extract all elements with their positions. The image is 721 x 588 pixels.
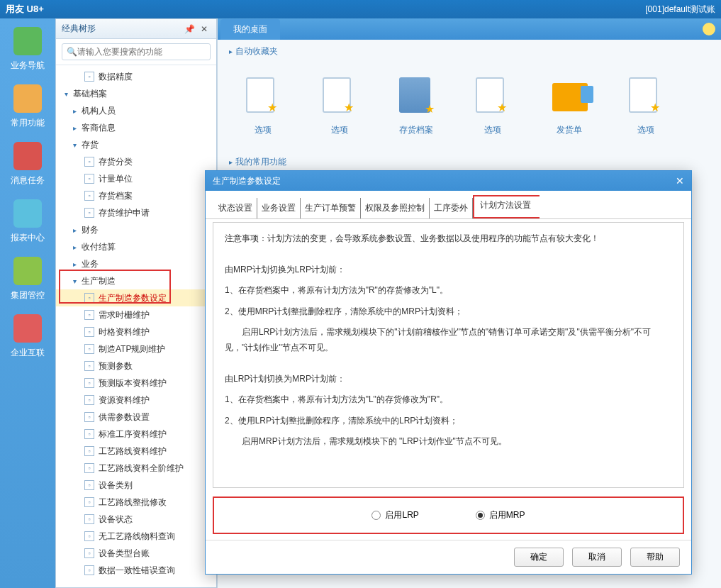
- tree-leaf[interactable]: ▫存货档案: [56, 187, 216, 204]
- caret-down-icon: ▾: [73, 141, 82, 149]
- tree-leaf[interactable]: ▫设备类别: [56, 477, 216, 494]
- body-text: 启用LRP计划方法后，需求规划模块下的"计划前稽核作业"节点的"销售订单可承诺交…: [225, 325, 672, 355]
- tree-leaf[interactable]: ▫存货分类: [56, 153, 216, 170]
- doc-icon: ▫: [84, 310, 94, 320]
- tab-permission[interactable]: 权限及参照控制: [361, 198, 430, 218]
- tree-leaf[interactable]: ▫预测版本资料维护: [56, 375, 216, 392]
- ok-button[interactable]: 确定: [514, 548, 564, 567]
- tab-outsource[interactable]: 工序委外: [430, 198, 473, 218]
- truck-icon: [552, 83, 588, 111]
- tree-branch-production[interactable]: ▾生产制造: [56, 272, 216, 289]
- account-info: [001]default测试账: [645, 4, 715, 16]
- tree-leaf[interactable]: ▫计量单位: [56, 170, 216, 187]
- tab-business[interactable]: 业务设置: [257, 198, 301, 218]
- doc-icon: ▫: [84, 395, 94, 405]
- doc-icon: ▫: [84, 565, 94, 575]
- tree-branch[interactable]: ▾存货: [56, 136, 216, 153]
- tab-my-desktop[interactable]: 我的桌面: [220, 19, 280, 40]
- body-text: 启用MRP计划方法后，需求规划模块下的 "LRP计划作业"节点不可见。: [225, 434, 672, 450]
- archive-icon: [399, 77, 430, 113]
- tree-leaf[interactable]: ▫标准工序资料维护: [56, 426, 216, 443]
- section-heading: 由MRP计划切换为LRP计划前：: [225, 262, 672, 278]
- plan-method-radios: 启用LRP 启用MRP: [213, 497, 684, 534]
- launch-item[interactable]: 选项: [629, 77, 663, 136]
- tree-branch[interactable]: ▸财务: [56, 221, 216, 238]
- tree-leaf[interactable]: ▫设备类型台账: [56, 545, 216, 562]
- launch-item[interactable]: 选项: [476, 77, 510, 136]
- tree-leaf[interactable]: ▫工艺路线资料维护: [56, 443, 216, 460]
- auto-favorites-header[interactable]: ▸自动收藏夹: [218, 40, 721, 63]
- sidebar-item-report[interactable]: 报表中心: [11, 199, 45, 244]
- radio-icon: [371, 511, 381, 520]
- sidebar-item-nav[interactable]: 业务导航: [11, 27, 45, 72]
- tree-leaf[interactable]: ▫时格资料维护: [56, 323, 216, 340]
- doc-icon: ▫: [84, 174, 94, 184]
- dialog-title-text: 生产制造参数设定: [213, 175, 281, 187]
- nav-icon: [13, 27, 42, 55]
- tree-leaf[interactable]: ▫工艺路线资料全阶维护: [56, 460, 216, 477]
- smiley-icon[interactable]: [703, 23, 715, 35]
- tree-leaf[interactable]: ▫设备状态: [56, 511, 216, 528]
- mail-icon: [13, 142, 42, 170]
- close-icon[interactable]: ✕: [198, 24, 211, 34]
- radio-enable-lrp[interactable]: 启用LRP: [371, 509, 418, 521]
- dialog-tabs: 状态设置 业务设置 生产订单预警 权限及参照控制 工序委外 计划方法设置: [206, 191, 691, 219]
- section-heading: 由LRP计划切换为MRP计划前：: [225, 372, 672, 387]
- report-icon: [13, 199, 42, 228]
- doc-icon: ▫: [84, 157, 94, 167]
- tree-branch[interactable]: ▸机构人员: [56, 102, 216, 119]
- body-text: 2、使用LRP计划整批删除程序，清除系统中的LRP计划资料；: [225, 414, 672, 429]
- tab-status[interactable]: 状态设置: [214, 198, 257, 218]
- launch-item[interactable]: 存货档案: [399, 77, 433, 136]
- dialog-close-button[interactable]: ✕: [676, 175, 684, 187]
- doc-icon: ▫: [84, 480, 94, 490]
- help-button[interactable]: 帮助: [630, 548, 680, 567]
- dialog-titlebar: 生产制造参数设定 ✕: [206, 171, 691, 191]
- doc-icon: ▫: [84, 378, 94, 388]
- tree-leaf[interactable]: ▫资源资料维护: [56, 392, 216, 409]
- tab-order-alert[interactable]: 生产订单预警: [301, 198, 361, 218]
- tree-leaf[interactable]: ▫制造ATP规则维护: [56, 340, 216, 357]
- doc-icon: ▫: [84, 361, 94, 371]
- sidebar-item-group[interactable]: 集团管控: [11, 257, 45, 301]
- doc-icon: ▫: [84, 344, 94, 354]
- sidebar-item-common[interactable]: 常用功能: [11, 84, 45, 129]
- notice-text: 注意事项：计划方法的变更，会导致系统参数设置、业务数据以及使用程序的功能节点有较…: [225, 231, 672, 247]
- doc-icon: ▫: [84, 327, 94, 337]
- tree-branch[interactable]: ▸业务: [56, 255, 216, 272]
- tree-branch[interactable]: ▾基础档案: [56, 85, 216, 102]
- radio-checked-icon: [476, 511, 485, 520]
- tree-leaf[interactable]: ▫需求时栅维护: [56, 306, 216, 323]
- tree-leaf[interactable]: ▫存货维护申请: [56, 204, 216, 221]
- tree-leaf[interactable]: ▫数据精度: [56, 68, 216, 85]
- sidebar-item-msg[interactable]: 消息任务: [11, 142, 45, 187]
- launch-item[interactable]: 发货单: [552, 77, 586, 136]
- search-box[interactable]: 🔍: [62, 43, 211, 60]
- cancel-button[interactable]: 取消: [572, 548, 622, 567]
- tab-plan-method[interactable]: 计划方法设置: [473, 195, 540, 218]
- tree-leaf[interactable]: ▫无工艺路线物料查询: [56, 528, 216, 545]
- caret-right-icon: ▸: [73, 107, 82, 115]
- tree-branch[interactable]: ▸收付结算: [56, 238, 216, 255]
- search-icon: 🔍: [67, 47, 77, 57]
- mfg-params-dialog: 生产制造参数设定 ✕ 状态设置 业务设置 生产订单预警 权限及参照控制 工序委外…: [205, 170, 692, 575]
- tree-leaf-mfg-params[interactable]: ▫生产制造参数设定: [56, 289, 216, 306]
- tree-leaf[interactable]: ▫数据一致性错误查询: [56, 562, 216, 579]
- launch-row: 选项 选项 存货档案 选项 发货单 选项: [218, 63, 721, 150]
- launch-item[interactable]: 选项: [323, 77, 357, 136]
- caret-right-icon: ▸: [73, 124, 82, 132]
- pin-icon[interactable]: 📌: [181, 24, 198, 34]
- tree-leaf[interactable]: ▫预测参数: [56, 357, 216, 375]
- caret-right-icon: ▸: [73, 260, 82, 268]
- left-sidebar: 业务导航 常用功能 消息任务 报表中心 集团管控 企业互联: [0, 18, 55, 588]
- tree-leaf[interactable]: ▫供需参数设置: [56, 409, 216, 426]
- doc-icon: ▫: [84, 548, 94, 558]
- doc-icon: ▫: [84, 531, 94, 541]
- launch-item[interactable]: 选项: [246, 77, 280, 136]
- radio-enable-mrp[interactable]: 启用MRP: [476, 509, 525, 521]
- sidebar-item-enterprise[interactable]: 企业互联: [11, 314, 45, 359]
- doc-star-icon: [629, 77, 657, 113]
- search-input[interactable]: [77, 47, 206, 57]
- tree-leaf[interactable]: ▫工艺路线整批修改: [56, 494, 216, 511]
- tree-branch[interactable]: ▸客商信息: [56, 119, 216, 136]
